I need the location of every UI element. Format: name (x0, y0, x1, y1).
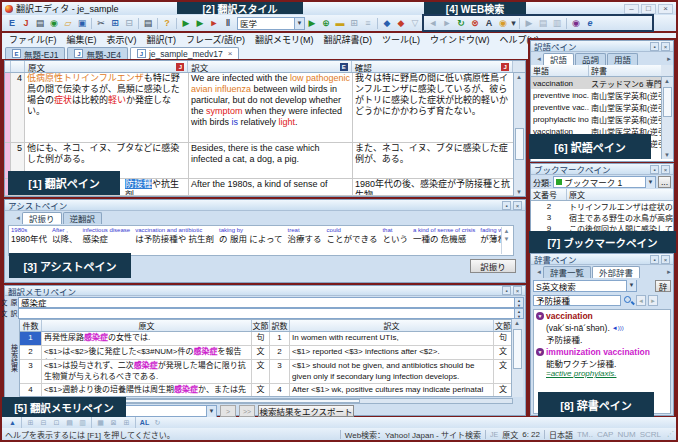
menu-dict[interactable]: 翻訳辞書(D) (324, 33, 373, 46)
col-count[interactable]: 件数 (20, 320, 42, 331)
tm-paste-icon[interactable]: ▥ (76, 418, 89, 428)
chevron-down-icon[interactable]: ▼ (206, 406, 216, 417)
word-row[interactable]: preventive vac...南山堂医学英和(逆引... (531, 101, 673, 113)
col-bunsetsu1[interactable]: 文節 (252, 320, 270, 331)
dict-select-value[interactable]: S英文検索 (536, 280, 576, 292)
scroll-thumb[interactable] (663, 87, 672, 117)
menu-translate[interactable]: 翻訳(T) (147, 33, 177, 46)
close-icon[interactable]: × (661, 255, 670, 264)
menu-file[interactable]: ファイル(F) (9, 33, 57, 46)
word-row[interactable]: preventive inoc...南山堂医学英和(逆引... (531, 89, 673, 101)
tab-scroll-left-icon[interactable]: ◄ (535, 267, 543, 278)
col-source[interactable]: 原文 (567, 189, 673, 200)
translate-page-icon[interactable]: ◉ (569, 17, 583, 30)
scroll-down-icon[interactable]: ▼ (516, 189, 522, 195)
dict-cross-reference-link[interactable]: =active prophylaxis. (546, 369, 616, 379)
word-row[interactable]: vaccinationステッドマン6 専門語辞書 (531, 77, 673, 89)
assist-content[interactable]: 1980s1980年代After ,以降、infectious disease感… (8, 225, 514, 256)
tab-dict-list[interactable]: 辞書一覧 (543, 266, 591, 278)
translation-scrollbar[interactable]: ▲ ▼ (513, 73, 525, 196)
scroll-up-icon[interactable]: ▲ (664, 78, 670, 84)
save-icon[interactable]: ▣ (75, 17, 89, 30)
translate-selection-icon[interactable]: ► (207, 17, 221, 30)
check-cell[interactable]: 我々は特に野鳥の間に低い病原性鳥インフルエンザに感染しているが、彼らがトリに感染… (353, 73, 515, 142)
pin-icon[interactable]: ▪ (650, 165, 659, 174)
tm-scrollbar[interactable]: ▲ (511, 319, 523, 397)
stop-icon[interactable]: ⊗ (468, 17, 482, 30)
target-column-header[interactable]: 訳文 (191, 61, 208, 73)
next-entry-icon[interactable]: ► (648, 295, 658, 306)
yakufuri-button[interactable]: 訳振り (470, 259, 516, 273)
new-ej-doc-icon[interactable]: E (5, 17, 19, 30)
segment-row-4[interactable]: 4 低病原性トリインフルエンザも特に野鳥の間で伝染するが、鳥類に感染した場合の症… (5, 73, 525, 143)
tab-scroll-right-icon[interactable]: ► (665, 267, 673, 278)
close-button[interactable]: × (658, 4, 673, 14)
check-column-header[interactable]: 確認 (355, 61, 372, 73)
tm-edit-icon[interactable]: ⊡ (50, 418, 63, 428)
tab-external-dict[interactable]: 外部辞書 (592, 266, 640, 278)
search-icon[interactable] (623, 295, 634, 306)
scroll-thumb[interactable] (515, 128, 524, 160)
cut-icon[interactable]: ✂ (94, 17, 108, 30)
col-word[interactable]: 単語 (531, 65, 589, 76)
web-capture-icon[interactable]: ▤ (536, 17, 550, 30)
tm-source-input[interactable] (18, 297, 515, 308)
font-size-icon[interactable]: A (482, 17, 496, 30)
chevron-down-icon[interactable]: ▼ (294, 18, 304, 29)
dictionary-icon[interactable]: ◆ (380, 17, 394, 30)
web-page-icon[interactable]: ◉ (47, 17, 61, 30)
tab-untitled-je4[interactable]: J 無題-JE4 (67, 47, 127, 59)
web-globe-icon[interactable]: ◉ (496, 17, 510, 30)
prev-entry-icon[interactable]: ◄ (636, 295, 646, 306)
chevron-down-icon[interactable]: ▾ (510, 17, 517, 30)
status-web-search[interactable]: Web検索：Yahoo! Japan - サイト検索 (345, 429, 481, 440)
tm-delete-icon[interactable]: ⊠ (107, 418, 120, 428)
minimize-button[interactable]: – (624, 4, 639, 14)
collapse-icon[interactable]: ▼ (536, 348, 544, 356)
bookmark-row[interactable]: 2トリインフルエンザは症状の程度... (531, 201, 673, 212)
col-yakusu[interactable]: 訳数 (270, 320, 290, 331)
translation-style-combo[interactable]: 医学 ▼ (237, 17, 305, 30)
close-icon[interactable]: × (513, 286, 522, 295)
scroll-thumb[interactable] (513, 329, 522, 369)
tab-hinshi[interactable]: 品詞 (575, 53, 606, 65)
tm-register-icon[interactable]: ⊞ (24, 418, 37, 428)
scroll-up-icon[interactable]: ▲ (514, 320, 520, 326)
layout-icon[interactable]: ≡ (361, 17, 375, 30)
more-button[interactable]: ... (658, 176, 671, 188)
menu-tools[interactable]: ツール(L) (382, 33, 420, 46)
col-target[interactable]: 訳文 (290, 320, 494, 331)
close-icon[interactable]: × (661, 165, 670, 174)
tm-align-icon[interactable]: AL (138, 418, 151, 428)
web-list-icon[interactable]: ▥ (550, 17, 564, 30)
target-cell[interactable]: We are infected with the low pathogenic … (189, 73, 353, 142)
paste-icon[interactable]: ⊟ (122, 17, 136, 30)
tab-yakufuri[interactable]: 訳振り (22, 212, 62, 224)
translate-icon[interactable]: ▶ (179, 17, 193, 30)
tm-register-all-icon[interactable]: ⊟ (37, 418, 50, 428)
scroll-down-icon[interactable]: ▼ (504, 236, 510, 242)
pin-icon[interactable]: ▪ (502, 201, 511, 210)
register-word-icon[interactable]: ⊕ (319, 17, 333, 30)
browser-icon[interactable]: e (583, 17, 597, 30)
tab-untitled-ej1[interactable]: E 無題-EJ1 (5, 47, 65, 59)
scroll-up-icon[interactable]: ▲ (516, 74, 522, 80)
tm-row-3[interactable]: 3 <$1>は投与されず、二次感染症が発現した場合に限り抗生物質が与えられるべき… (20, 360, 512, 384)
resize-grip[interactable]: ⋰ (667, 430, 673, 438)
word-scrollbar[interactable]: ▲ ▼ (661, 77, 673, 159)
dict-search-input[interactable] (533, 295, 621, 306)
pin-icon[interactable]: ▪ (502, 286, 511, 295)
scroll-up-icon[interactable]: ▲ (504, 228, 510, 234)
col-sentence-no[interactable]: 文番号 (531, 189, 567, 200)
help-icon[interactable]: ? (160, 17, 174, 30)
tm-import-icon[interactable]: ⊞ (120, 418, 133, 428)
open-icon[interactable]: ▱ (61, 17, 75, 30)
menu-phrase[interactable]: フレーズ/語(P) (186, 33, 245, 46)
maximize-button[interactable]: □ (641, 4, 656, 14)
skip-icon[interactable]: ▽ (408, 17, 422, 30)
new-doc-icon[interactable]: ▤ (33, 17, 47, 30)
copy-translation-icon[interactable]: ⊞ (347, 17, 361, 30)
chevron-down-icon[interactable]: ▼ (645, 177, 655, 188)
tm-open-icon[interactable]: ▲ (6, 418, 19, 428)
translate-all-icon[interactable]: ▶ (193, 17, 207, 30)
